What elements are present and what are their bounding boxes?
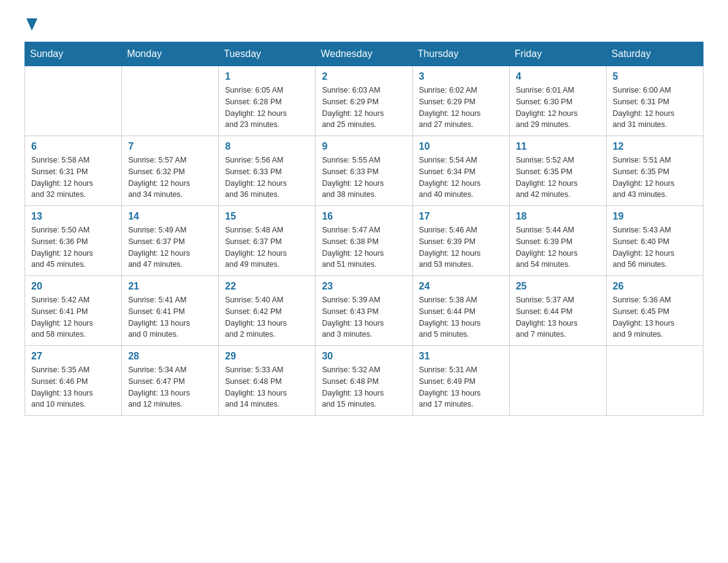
calendar-cell: 16Sunrise: 5:47 AMSunset: 6:38 PMDayligh…: [316, 206, 412, 276]
day-info: Sunrise: 6:00 AMSunset: 6:31 PMDaylight:…: [613, 85, 697, 131]
calendar-cell: [509, 346, 606, 416]
day-info: Sunrise: 5:40 AMSunset: 6:42 PMDaylight:…: [225, 294, 309, 340]
day-number: 5: [613, 71, 697, 82]
calendar-cell: 18Sunrise: 5:44 AMSunset: 6:39 PMDayligh…: [509, 206, 606, 276]
calendar-cell: 23Sunrise: 5:39 AMSunset: 6:43 PMDayligh…: [316, 276, 412, 346]
day-number: 14: [128, 211, 212, 222]
day-number: 23: [322, 281, 406, 292]
day-info: Sunrise: 5:43 AMSunset: 6:40 PMDaylight:…: [613, 224, 697, 270]
week-row-3: 13Sunrise: 5:50 AMSunset: 6:36 PMDayligh…: [25, 206, 703, 276]
day-info: Sunrise: 5:37 AMSunset: 6:44 PMDaylight:…: [516, 294, 600, 340]
day-info: Sunrise: 6:05 AMSunset: 6:28 PMDaylight:…: [225, 85, 309, 131]
calendar-cell: 21Sunrise: 5:41 AMSunset: 6:41 PMDayligh…: [122, 276, 219, 346]
calendar-cell: 13Sunrise: 5:50 AMSunset: 6:36 PMDayligh…: [25, 206, 122, 276]
day-number: 8: [225, 141, 309, 152]
calendar-table: SundayMondayTuesdayWednesdayThursdayFrid…: [25, 42, 703, 416]
svg-marker-0: [26, 18, 37, 31]
calendar-cell: [122, 66, 219, 136]
calendar-cell: 28Sunrise: 5:34 AMSunset: 6:47 PMDayligh…: [122, 346, 219, 416]
day-number: 2: [322, 71, 406, 82]
day-info: Sunrise: 5:54 AMSunset: 6:34 PMDaylight:…: [419, 155, 503, 201]
day-number: 19: [613, 211, 697, 222]
day-number: 29: [225, 351, 309, 362]
day-number: 12: [613, 141, 697, 152]
weekday-header-row: SundayMondayTuesdayWednesdayThursdayFrid…: [25, 42, 703, 66]
week-row-2: 6Sunrise: 5:58 AMSunset: 6:31 PMDaylight…: [25, 136, 703, 206]
day-info: Sunrise: 5:41 AMSunset: 6:41 PMDaylight:…: [128, 294, 212, 340]
calendar-cell: 20Sunrise: 5:42 AMSunset: 6:41 PMDayligh…: [25, 276, 122, 346]
calendar-cell: [606, 346, 703, 416]
page-header: [25, 18, 703, 31]
day-number: 6: [31, 141, 115, 152]
day-info: Sunrise: 5:35 AMSunset: 6:46 PMDaylight:…: [31, 364, 115, 410]
day-number: 26: [613, 281, 697, 292]
calendar-cell: 22Sunrise: 5:40 AMSunset: 6:42 PMDayligh…: [219, 276, 316, 346]
day-number: 7: [128, 141, 212, 152]
day-info: Sunrise: 5:49 AMSunset: 6:37 PMDaylight:…: [128, 224, 212, 270]
calendar-cell: 19Sunrise: 5:43 AMSunset: 6:40 PMDayligh…: [606, 206, 703, 276]
day-info: Sunrise: 6:03 AMSunset: 6:29 PMDaylight:…: [322, 85, 406, 131]
day-number: 9: [322, 141, 406, 152]
day-number: 4: [516, 71, 600, 82]
day-number: 15: [225, 211, 309, 222]
weekday-header-sunday: Sunday: [25, 42, 122, 66]
week-row-1: 1Sunrise: 6:05 AMSunset: 6:28 PMDaylight…: [25, 66, 703, 136]
day-number: 30: [322, 351, 406, 362]
calendar-cell: [25, 66, 122, 136]
calendar-cell: 29Sunrise: 5:33 AMSunset: 6:48 PMDayligh…: [219, 346, 316, 416]
day-number: 16: [322, 211, 406, 222]
day-info: Sunrise: 5:38 AMSunset: 6:44 PMDaylight:…: [419, 294, 503, 340]
day-number: 25: [516, 281, 600, 292]
calendar-cell: 7Sunrise: 5:57 AMSunset: 6:32 PMDaylight…: [122, 136, 219, 206]
calendar-cell: 17Sunrise: 5:46 AMSunset: 6:39 PMDayligh…: [412, 206, 509, 276]
calendar-cell: 9Sunrise: 5:55 AMSunset: 6:33 PMDaylight…: [316, 136, 412, 206]
day-info: Sunrise: 5:55 AMSunset: 6:33 PMDaylight:…: [322, 155, 406, 201]
day-info: Sunrise: 5:52 AMSunset: 6:35 PMDaylight:…: [516, 155, 600, 201]
day-number: 13: [31, 211, 115, 222]
weekday-header-friday: Friday: [509, 42, 606, 66]
day-info: Sunrise: 5:50 AMSunset: 6:36 PMDaylight:…: [31, 224, 115, 270]
calendar-cell: 27Sunrise: 5:35 AMSunset: 6:46 PMDayligh…: [25, 346, 122, 416]
weekday-header-tuesday: Tuesday: [219, 42, 316, 66]
day-info: Sunrise: 5:58 AMSunset: 6:31 PMDaylight:…: [31, 155, 115, 201]
calendar-cell: 2Sunrise: 6:03 AMSunset: 6:29 PMDaylight…: [316, 66, 412, 136]
week-row-4: 20Sunrise: 5:42 AMSunset: 6:41 PMDayligh…: [25, 276, 703, 346]
week-row-5: 27Sunrise: 5:35 AMSunset: 6:46 PMDayligh…: [25, 346, 703, 416]
weekday-header-saturday: Saturday: [606, 42, 703, 66]
calendar-cell: 8Sunrise: 5:56 AMSunset: 6:33 PMDaylight…: [219, 136, 316, 206]
day-number: 18: [516, 211, 600, 222]
logo: [25, 18, 37, 31]
day-number: 27: [31, 351, 115, 362]
day-info: Sunrise: 5:42 AMSunset: 6:41 PMDaylight:…: [31, 294, 115, 340]
day-number: 17: [419, 211, 503, 222]
day-number: 31: [419, 351, 503, 362]
day-info: Sunrise: 5:32 AMSunset: 6:48 PMDaylight:…: [322, 364, 406, 410]
day-number: 10: [419, 141, 503, 152]
day-info: Sunrise: 5:33 AMSunset: 6:48 PMDaylight:…: [225, 364, 309, 410]
day-info: Sunrise: 6:02 AMSunset: 6:29 PMDaylight:…: [419, 85, 503, 131]
day-number: 24: [419, 281, 503, 292]
day-info: Sunrise: 5:56 AMSunset: 6:33 PMDaylight:…: [225, 155, 309, 201]
day-info: Sunrise: 5:34 AMSunset: 6:47 PMDaylight:…: [128, 364, 212, 410]
calendar-cell: 10Sunrise: 5:54 AMSunset: 6:34 PMDayligh…: [412, 136, 509, 206]
day-number: 11: [516, 141, 600, 152]
calendar-cell: 15Sunrise: 5:48 AMSunset: 6:37 PMDayligh…: [219, 206, 316, 276]
day-info: Sunrise: 5:47 AMSunset: 6:38 PMDaylight:…: [322, 224, 406, 270]
day-number: 3: [419, 71, 503, 82]
day-info: Sunrise: 5:57 AMSunset: 6:32 PMDaylight:…: [128, 155, 212, 201]
calendar-cell: 1Sunrise: 6:05 AMSunset: 6:28 PMDaylight…: [219, 66, 316, 136]
calendar-cell: 11Sunrise: 5:52 AMSunset: 6:35 PMDayligh…: [509, 136, 606, 206]
day-info: Sunrise: 5:48 AMSunset: 6:37 PMDaylight:…: [225, 224, 309, 270]
day-number: 21: [128, 281, 212, 292]
calendar-cell: 5Sunrise: 6:00 AMSunset: 6:31 PMDaylight…: [606, 66, 703, 136]
calendar-cell: 4Sunrise: 6:01 AMSunset: 6:30 PMDaylight…: [509, 66, 606, 136]
day-number: 22: [225, 281, 309, 292]
calendar-cell: 14Sunrise: 5:49 AMSunset: 6:37 PMDayligh…: [122, 206, 219, 276]
logo-triangle-icon: [26, 18, 37, 31]
day-info: Sunrise: 5:44 AMSunset: 6:39 PMDaylight:…: [516, 224, 600, 270]
day-info: Sunrise: 6:01 AMSunset: 6:30 PMDaylight:…: [516, 85, 600, 131]
day-info: Sunrise: 5:36 AMSunset: 6:45 PMDaylight:…: [613, 294, 697, 340]
day-number: 28: [128, 351, 212, 362]
calendar-cell: 30Sunrise: 5:32 AMSunset: 6:48 PMDayligh…: [316, 346, 412, 416]
day-info: Sunrise: 5:39 AMSunset: 6:43 PMDaylight:…: [322, 294, 406, 340]
